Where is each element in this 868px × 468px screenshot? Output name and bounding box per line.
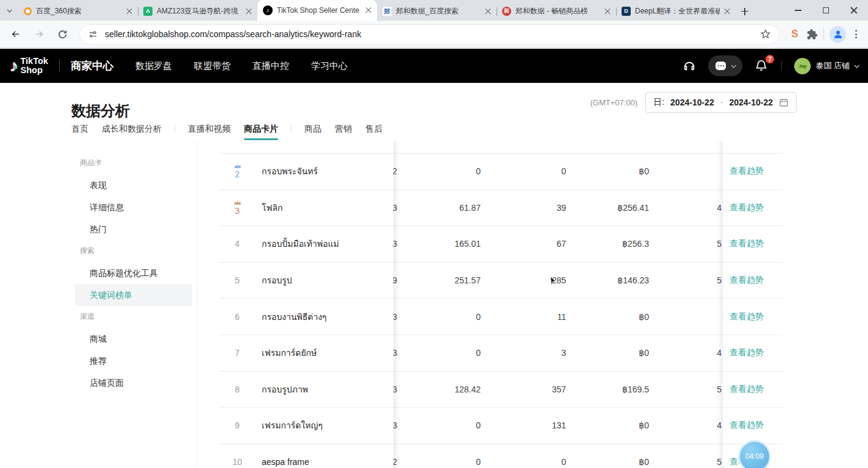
date-end: 2024-10-22 [729,98,773,107]
value-cell-2: 0 [493,154,566,190]
new-tab-button[interactable] [736,2,754,21]
reload-button[interactable] [52,24,72,44]
date-range-picker[interactable]: 日: 2024-10-22 - 2024-10-22 [645,92,797,113]
value-cell-1: 61.87 [407,190,481,226]
browser-profile-avatar[interactable] [830,26,846,43]
header-nav-2[interactable]: 数据罗盘 [135,60,172,72]
table-row-frozen-right: 查看趋势 [723,190,783,227]
sidebar-item-表现[interactable]: 表现 [70,174,197,196]
browser-tab[interactable]: DDeepL翻译：全世界最准确 [616,2,736,21]
chevron-down-icon [7,7,12,12]
view-trend-link[interactable]: 查看趋势 [730,263,764,299]
browser-tabs: 百度_360搜索AAMZ123亚马逊导航-跨境♪TikTok Shop Sell… [18,0,736,21]
page-content: 数据分析 (GMT+07:00) 日: 2024-10-22 - 2024-10… [0,83,868,468]
tab-search-chevron-button[interactable] [0,0,18,21]
rank-number: 7 [235,348,240,358]
date-filter-row: (GMT+07:00) 日: 2024-10-22 - 2024-10-22 [590,92,797,113]
url-text[interactable]: seller.tiktokglobalshop.com/compass/sear… [105,29,753,39]
address-bar[interactable]: seller.tiktokglobalshop.com/compass/sear… [79,24,780,44]
tab-close-icon[interactable] [365,7,371,13]
browser-tab[interactable]: 百度_360搜索 [18,2,138,21]
rank-cell: 10 [225,444,249,468]
tab-close-icon[interactable] [126,9,132,15]
shop-switcher[interactable]: Jay 泰国 店铺 [794,58,858,74]
brand-line2: Shop [21,66,48,75]
extensions-puzzle-icon[interactable] [806,29,818,40]
browser-tab[interactable]: 和郑和数据 - 畅销商品榜 [497,2,616,21]
amz-favicon-icon: A [143,7,152,16]
header-divider [59,59,60,73]
headset-icon[interactable] [683,59,696,73]
header-nav-1[interactable]: 商家中心 [71,58,113,73]
recording-timer-badge[interactable]: 04:09 [738,440,771,468]
tab-营销[interactable]: 营销 [328,122,359,135]
sidebar-item-商品标题优化工具[interactable]: 商品标题优化工具 [70,262,197,284]
view-trend-link[interactable]: 查看趋势 [730,408,764,444]
value-cell-2: 357 [493,372,566,408]
keyword-cell: โฟลิก [262,190,390,226]
close-icon [850,7,858,14]
tiktok-shop-logo[interactable]: ♪ TikTok Shop [10,57,48,76]
tab-成长和数据分析[interactable]: 成长和数据分析 [95,122,168,135]
header-nav-5[interactable]: 学习中心 [311,60,348,72]
bookmark-star-icon[interactable] [760,29,771,40]
view-trend-link[interactable]: 查看趋势 [730,154,764,190]
messages-button[interactable] [708,55,742,76]
notifications-button[interactable]: 7 [755,58,769,73]
browser-menu-button[interactable] [850,30,862,38]
back-button[interactable] [6,24,26,44]
tab-商品[interactable]: 商品 [298,122,328,135]
value-cell-2: 0 [493,444,566,468]
brand-line1: TikTok [21,57,48,66]
close-window-button[interactable] [840,0,868,21]
sidebar-item-店铺页面[interactable]: 店铺页面 [70,372,197,394]
view-trend-link[interactable]: 查看趋势 [730,190,764,226]
header-nav-4[interactable]: 直播中控 [253,60,289,72]
keyword-cell: กรอบงานพิธีต่างๆ [262,299,390,335]
view-trend-link[interactable]: 查看趋势 [730,299,764,335]
table-row-frozen-left: 5กรอบรูป [219,263,393,299]
analytics-tab-bar: 首页成长和数据分析直播和视频商品卡片商品营销售后 [65,122,389,135]
rank-cell: 9 [225,408,249,444]
browser-tab[interactable]: ♪TikTok Shop Seller Cente [257,0,377,21]
tab-首页[interactable]: 首页 [65,122,95,135]
tab-close-icon[interactable] [485,9,491,15]
tab-close-icon[interactable] [724,9,730,15]
tab-直播和视频[interactable]: 直播和视频 [181,122,237,135]
tab-close-icon[interactable] [604,9,611,15]
maximize-button[interactable] [812,0,840,21]
table-row-frozen-left: 8กรอบรูปภาพ [219,372,393,408]
keyword-cell: เฟรมการ์ดยักษ์ [262,335,390,371]
keyword-cell: กรอบรูป [262,263,390,299]
minimize-button[interactable] [784,0,812,21]
sidebar-item-关键词榜单[interactable]: 关键词榜单 [75,284,192,306]
rank-number: 10 [232,457,242,467]
tab-strip: 百度_360搜索AAMZ123亚马逊导航-跨境♪TikTok Shop Sell… [0,0,868,21]
forward-button[interactable] [29,24,49,44]
browser-tab[interactable]: 郑郑和数据_百度搜索 [377,2,497,21]
value-cell-2: 3 [493,335,566,371]
view-trend-link[interactable]: 查看趋势 [730,226,764,262]
view-trend-link[interactable]: 查看趋势 [730,372,764,408]
calendar-icon [779,98,789,107]
header-nav-3[interactable]: 联盟带货 [194,60,231,72]
sidebar-item-推荐[interactable]: 推荐 [70,350,197,372]
value-cell-1: 0 [407,299,481,335]
value-cell-1: 251.57 [407,263,481,299]
tab-商品卡片[interactable]: 商品卡片 [237,122,285,135]
mouse-cursor [549,275,558,288]
tab-售后[interactable]: 售后 [359,122,389,135]
s-extension-icon[interactable]: S [787,28,803,40]
rank-cell: 3 [225,190,249,226]
tab-close-icon[interactable] [246,9,252,15]
value-cell-3: ฿146.23 [570,263,649,299]
sidebar-item-详细信息[interactable]: 详细信息 [70,196,197,218]
tab-title: 郑和数据 - 畅销商品榜 [515,6,600,16]
browser-tab[interactable]: AAMZ123亚马逊导航-跨境 [138,2,257,21]
view-trend-link[interactable]: 查看趋势 [730,335,764,371]
rank-cell: 4 [225,226,249,262]
sidebar-item-热门[interactable]: 热门 [70,218,197,240]
site-info-icon[interactable] [88,29,98,40]
rank-cell: 7 [225,335,249,371]
sidebar-item-商城[interactable]: 商城 [70,328,197,350]
